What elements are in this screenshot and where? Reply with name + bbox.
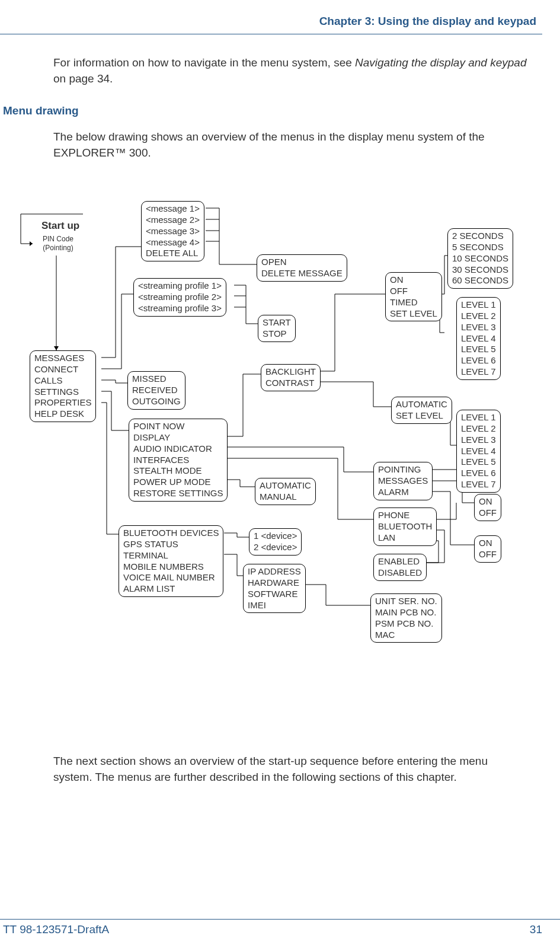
node-enabled: ENABLED DISABLED xyxy=(373,554,427,581)
ip-0: IP ADDRESS xyxy=(248,566,301,577)
ip-3: IMEI xyxy=(248,600,301,611)
conclusion-paragraph: The next section shows an overview of th… xyxy=(53,754,527,785)
unit-3: MAC xyxy=(375,630,437,641)
bc-1: CONTRAST xyxy=(265,378,316,389)
str-2: <streaming profile 3> xyxy=(138,303,222,314)
menu-diagram: Start up PIN Code (Pointing) MESSAGES CO… xyxy=(6,190,539,706)
footer-right: 31 xyxy=(530,923,542,936)
set-2: AUDIO INDICATOR xyxy=(133,443,223,455)
od-1: DELETE MESSAGE xyxy=(261,268,343,279)
as-0: AUTOMATIC xyxy=(396,399,447,410)
l1-6: LEVEL 7 xyxy=(461,366,496,378)
node-levels2: LEVEL 1 LEVEL 2 LEVEL 3 LEVEL 4 LEVEL 5 … xyxy=(456,410,501,492)
node-open-delete: OPEN DELETE MESSAGE xyxy=(257,254,347,282)
set-3: INTERFACES xyxy=(133,455,223,466)
set-0: POINT NOW xyxy=(133,421,223,432)
ed-0: ENABLED xyxy=(378,556,422,567)
l2-5: LEVEL 6 xyxy=(461,468,496,479)
intro-italic: Navigating the display and keypad xyxy=(355,56,526,69)
pma-1: MESSAGES xyxy=(378,475,428,487)
l1-0: LEVEL 1 xyxy=(461,299,496,311)
node-onoff2: ON OFF xyxy=(474,535,501,563)
unit-2: PSM PCB NO. xyxy=(375,618,437,630)
sec-1: 5 SECONDS xyxy=(452,242,508,253)
prop-3: MOBILE NUMBERS xyxy=(123,561,219,573)
ot-2: TIMED xyxy=(390,297,437,308)
msg-0: <message 1> xyxy=(146,203,200,215)
set-5: POWER UP MODE xyxy=(133,477,223,488)
l2-3: LEVEL 4 xyxy=(461,446,496,457)
intro-paragraph: For information on how to navigate in th… xyxy=(53,55,527,87)
sec-3: 30 SECONDS xyxy=(452,264,508,276)
oo1-0: ON xyxy=(479,496,497,507)
header-rule xyxy=(0,34,542,34)
l2-2: LEVEL 3 xyxy=(461,435,496,446)
node-onoff-timed: ON OFF TIMED SET LEVEL xyxy=(385,272,442,321)
msg-4: DELETE ALL xyxy=(146,248,200,259)
sec-2: 10 SECONDS xyxy=(452,253,508,264)
chapter-header: Chapter 3: Using the display and keypad xyxy=(0,12,542,34)
l2-0: LEVEL 1 xyxy=(461,412,496,423)
node-calls: MISSED RECEIVED OUTGOING xyxy=(127,371,185,409)
ss-0: START xyxy=(263,317,291,328)
call-0: MISSED xyxy=(132,374,181,385)
node-unit: UNIT SER. NO. MAIN PCB NO. PSM PCB NO. M… xyxy=(370,593,442,643)
page-footer: TT 98-123571-DraftA 31 xyxy=(0,919,560,936)
main-3: SETTINGS xyxy=(34,387,91,398)
sec-4: 60 SECONDS xyxy=(452,275,508,286)
set-1: DISPLAY xyxy=(133,432,223,443)
svg-marker-0 xyxy=(30,241,33,246)
intro-before: For information on how to navigate in th… xyxy=(53,56,355,69)
main-0: MESSAGES xyxy=(34,353,91,364)
l1-5: LEVEL 6 xyxy=(461,355,496,366)
pma-0: POINTING xyxy=(378,464,428,475)
am-1: MANUAL xyxy=(260,491,311,503)
node-auto-manual: AUTOMATIC MANUAL xyxy=(255,478,316,505)
prop-5: ALARM LIST xyxy=(123,583,219,595)
sec-0: 2 SECONDS xyxy=(452,231,508,242)
main-2: CALLS xyxy=(34,375,91,387)
bc-0: BACKLIGHT xyxy=(265,366,316,378)
oo2-1: OFF xyxy=(479,549,497,560)
as-1: SET LEVEL xyxy=(396,410,447,422)
startup-title: Start up xyxy=(41,220,79,232)
pma-2: ALARM xyxy=(378,487,428,498)
prop-0: BLUETOOTH DEVICES xyxy=(123,528,219,539)
prop-1: GPS STATUS xyxy=(123,539,219,550)
ip-2: SOFTWARE xyxy=(248,589,301,600)
l2-1: LEVEL 2 xyxy=(461,423,496,435)
ed-1: DISABLED xyxy=(378,567,422,579)
oo1-1: OFF xyxy=(479,507,497,519)
ss-1: STOP xyxy=(263,328,291,340)
am-0: AUTOMATIC xyxy=(260,480,311,491)
node-onoff1: ON OFF xyxy=(474,494,501,521)
node-pointing: POINTING MESSAGES ALARM xyxy=(373,462,433,500)
node-start-stop: START STOP xyxy=(258,315,296,342)
node-phone-bt: PHONE BLUETOOTH LAN xyxy=(373,507,437,545)
pbl-2: LAN xyxy=(378,532,432,544)
ot-1: OFF xyxy=(390,286,437,297)
node-properties: BLUETOOTH DEVICES GPS STATUS TERMINAL MO… xyxy=(119,525,223,597)
intro-after: on page 34. xyxy=(53,72,113,85)
od-0: OPEN xyxy=(261,257,343,268)
main-5: HELP DESK xyxy=(34,408,91,420)
node-seconds: 2 SECONDS 5 SECONDS 10 SECONDS 30 SECOND… xyxy=(447,228,513,289)
pbl-1: BLUETOOTH xyxy=(378,521,432,532)
startup-sub2: (Pointing) xyxy=(43,244,73,252)
node-messages: <message 1> <message 2> <message 3> <mes… xyxy=(141,201,204,261)
dev-1: 2 <device> xyxy=(254,542,297,553)
node-levels1: LEVEL 1 LEVEL 2 LEVEL 3 LEVEL 4 LEVEL 5 … xyxy=(456,297,501,379)
node-streaming: <streaming profile 1> <streaming profile… xyxy=(133,278,226,316)
node-    backlight: BACKLIGHT CONTRAST xyxy=(261,364,321,391)
main-4: PROPERTIES xyxy=(34,397,91,408)
footer-left: TT 98-123571-DraftA xyxy=(3,923,109,936)
prop-4: VOICE MAIL NUMBER xyxy=(123,572,219,583)
ot-3: SET LEVEL xyxy=(390,308,437,320)
node-devices: 1 <device> 2 <device> xyxy=(249,528,302,556)
main-1: CONNECT xyxy=(34,364,91,375)
node-settings: POINT NOW DISPLAY AUDIO INDICATOR INTERF… xyxy=(129,419,228,501)
dev-0: 1 <device> xyxy=(254,531,297,542)
msg-2: <message 3> xyxy=(146,226,200,237)
unit-1: MAIN PCB NO. xyxy=(375,607,437,618)
call-1: RECEIVED xyxy=(132,385,181,396)
